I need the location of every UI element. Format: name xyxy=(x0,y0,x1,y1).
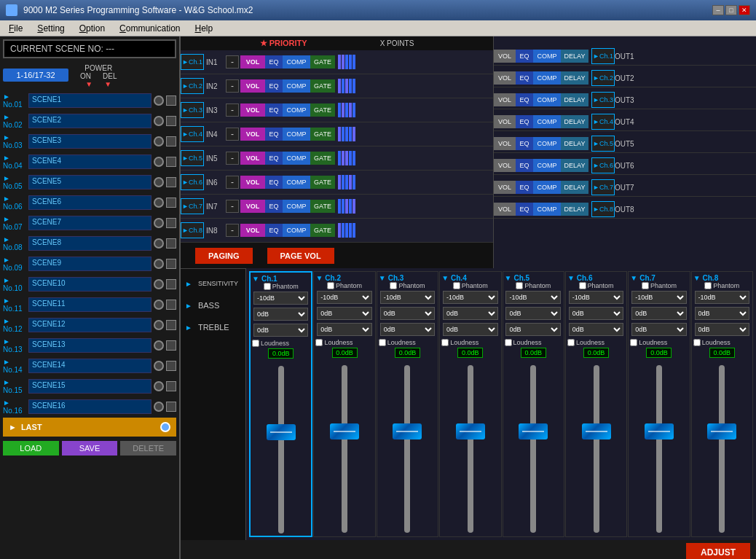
out2-comp[interactable]: COMP xyxy=(533,71,561,85)
out6-vol[interactable]: VOL xyxy=(494,159,516,172)
loudness-ch2-checkbox[interactable] xyxy=(315,339,323,346)
strip-ch3-phantom[interactable]: Phantom xyxy=(390,282,425,289)
strip-ch7-fader-handle[interactable] xyxy=(645,423,674,439)
strip-ch8-treble[interactable]: 0dB xyxy=(695,323,749,336)
ch1-button[interactable]: ►Ch.1 xyxy=(181,54,204,70)
strip-ch8-gain[interactable]: -10dB0dB xyxy=(695,291,749,304)
ch4-dash[interactable]: - xyxy=(226,128,239,141)
out1-vol[interactable]: VOL xyxy=(494,50,516,63)
out5-vol[interactable]: VOL xyxy=(494,137,516,150)
ch4-comp[interactable]: COMP xyxy=(283,128,310,141)
ch4-button[interactable]: ►Ch.4 xyxy=(181,126,204,142)
out3-vol[interactable]: VOL xyxy=(494,93,516,106)
out7-eq[interactable]: EQ xyxy=(516,181,533,194)
ch5-dash[interactable]: - xyxy=(226,152,239,165)
out5-eq[interactable]: EQ xyxy=(516,137,533,150)
ch7-eq[interactable]: EQ xyxy=(265,200,283,213)
out1-button[interactable]: ►Ch.1 xyxy=(591,48,615,64)
out6-eq[interactable]: EQ xyxy=(516,159,533,172)
out7-button[interactable]: ►Ch.7 xyxy=(591,179,615,195)
out1-delay[interactable]: DELAY xyxy=(561,50,588,63)
ch8-comp[interactable]: COMP xyxy=(283,224,310,237)
out7-delay[interactable]: DELAY xyxy=(561,181,588,194)
strip-ch5-fader-handle[interactable] xyxy=(519,423,548,439)
ch1-eq[interactable]: EQ xyxy=(265,55,283,69)
ch7-comp[interactable]: COMP xyxy=(283,200,310,213)
ch2-comp[interactable]: COMP xyxy=(283,79,310,93)
ch3-gate[interactable]: GATE xyxy=(310,103,335,117)
save-button[interactable]: SAVE xyxy=(62,441,118,456)
strip-ch3-bass[interactable]: 0dB xyxy=(380,307,435,320)
out4-vol[interactable]: VOL xyxy=(494,115,516,128)
strip-ch6-bass[interactable]: 0dB xyxy=(569,307,623,320)
ch5-button[interactable]: ►Ch.5 xyxy=(181,150,204,166)
strip-ch7-phantom[interactable]: Phantom xyxy=(642,282,677,289)
menu-communication[interactable]: Communication xyxy=(114,22,186,35)
out2-button[interactable]: ►Ch.2 xyxy=(591,70,615,86)
last-row[interactable]: ► LAST xyxy=(3,418,176,437)
menu-setting[interactable]: Setting xyxy=(31,22,70,35)
strip-ch2-treble[interactable]: 0dB-3dB xyxy=(317,323,371,336)
ch1-gate[interactable]: GATE xyxy=(310,55,335,69)
strip-ch8-fader-handle[interactable] xyxy=(707,423,736,439)
phantom-ch8-checkbox[interactable] xyxy=(704,282,712,289)
strip-ch5-phantom[interactable]: Phantom xyxy=(516,282,551,289)
out3-eq[interactable]: EQ xyxy=(516,93,533,106)
strip-ch7-gain[interactable]: -10dB0dB xyxy=(631,291,686,304)
strip-ch1-phantom[interactable]: Phantom xyxy=(264,283,299,290)
strip-ch4-fader-handle[interactable] xyxy=(456,423,485,439)
out8-eq[interactable]: EQ xyxy=(516,203,533,216)
ch5-comp[interactable]: COMP xyxy=(283,152,310,165)
ch6-gate[interactable]: GATE xyxy=(310,176,335,189)
ch7-gate[interactable]: GATE xyxy=(310,200,335,213)
strip-ch6-fader-handle[interactable] xyxy=(582,423,611,439)
last-radio[interactable] xyxy=(160,422,170,432)
phantom-ch6-checkbox[interactable] xyxy=(579,282,586,289)
strip-ch5-treble[interactable]: 0dB xyxy=(505,323,560,336)
ch6-comp[interactable]: COMP xyxy=(283,176,310,189)
strip-ch5-bass[interactable]: 0dB xyxy=(505,307,560,320)
strip-ch1-bass[interactable]: 0dB-3dB+3dB xyxy=(253,308,308,321)
ch8-eq[interactable]: EQ xyxy=(265,224,283,237)
strip-ch1-fader-handle[interactable] xyxy=(267,424,296,440)
ch3-button[interactable]: ►Ch.3 xyxy=(181,102,204,118)
strip-ch7-treble[interactable]: 0dB xyxy=(631,323,686,336)
delete-button[interactable]: DELETE xyxy=(120,441,176,456)
close-button[interactable]: ✕ xyxy=(739,5,750,15)
ch4-gate[interactable]: GATE xyxy=(310,128,335,141)
ch7-dash[interactable]: - xyxy=(226,200,239,213)
out2-delay[interactable]: DELAY xyxy=(561,71,588,85)
ch2-dash[interactable]: - xyxy=(226,79,239,93)
out8-delay[interactable]: DELAY xyxy=(561,203,588,216)
out6-comp[interactable]: COMP xyxy=(533,159,561,172)
maximize-button[interactable]: □ xyxy=(725,5,737,15)
out5-comp[interactable]: COMP xyxy=(533,137,561,150)
ch8-vol[interactable]: VOL xyxy=(240,224,265,237)
ch1-vol[interactable]: VOL xyxy=(240,55,265,69)
ch8-button[interactable]: ►Ch.8 xyxy=(181,222,204,238)
out6-delay[interactable]: DELAY xyxy=(561,159,588,172)
strip-ch2-gain[interactable]: -10dB0dB xyxy=(317,291,371,304)
bank-selector[interactable]: 1-16/17-32 xyxy=(3,69,68,82)
strip-ch2-phantom[interactable]: Phantom xyxy=(327,282,362,289)
out4-button[interactable]: ►Ch.4 xyxy=(591,114,615,130)
out6-button[interactable]: ►Ch.6 xyxy=(591,157,615,173)
minimize-button[interactable]: – xyxy=(712,5,724,15)
strip-ch2-fader-handle[interactable] xyxy=(330,423,359,439)
ch3-vol[interactable]: VOL xyxy=(240,103,265,117)
strip-ch7-bass[interactable]: 0dB xyxy=(631,307,686,320)
strip-ch4-bass[interactable]: 0dB xyxy=(443,307,497,320)
strip-ch3-treble[interactable]: 0dB xyxy=(380,323,435,336)
ch8-gate[interactable]: GATE xyxy=(310,224,335,237)
strip-ch3-gain[interactable]: -10dB0dB xyxy=(380,291,435,304)
strip-ch4-gain[interactable]: -10dB0dB xyxy=(443,291,497,304)
out7-comp[interactable]: COMP xyxy=(533,181,561,194)
ch3-comp[interactable]: COMP xyxy=(283,103,310,117)
loudness-ch6-checkbox[interactable] xyxy=(567,339,575,346)
out3-delay[interactable]: DELAY xyxy=(561,93,588,106)
loudness-ch1-checkbox[interactable] xyxy=(252,340,259,347)
menu-option[interactable]: Option xyxy=(74,22,111,35)
ch1-dash[interactable]: - xyxy=(226,55,239,69)
pagevol-button[interactable]: PAGE VOL xyxy=(267,248,334,264)
ch3-dash[interactable]: - xyxy=(226,103,239,117)
